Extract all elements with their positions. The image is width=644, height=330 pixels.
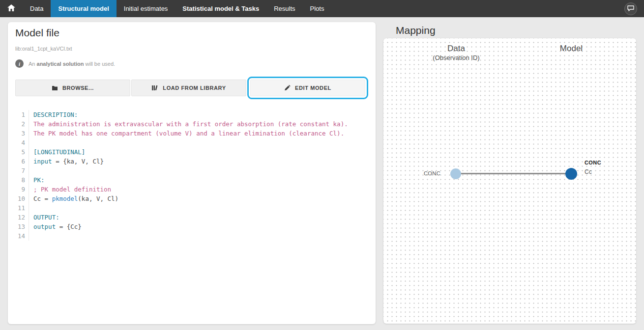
code-line: 4 (15, 138, 368, 147)
model-file-title: Model file (15, 27, 368, 39)
mapping-panel: Data (Observation ID) Model CONC CONC Cc (383, 38, 636, 324)
code-line: 7 (15, 166, 368, 175)
load-from-library-button-cell: LOAD FROM LIBRARY (131, 80, 246, 96)
code-line: 9; PK model definition (15, 185, 368, 194)
library-icon (151, 85, 158, 91)
mapping-data-header: Data (447, 44, 465, 54)
nav-tabs: DataStructural modelInitial estimatesSta… (23, 0, 331, 17)
model-buttons-row: BROWSE...LOAD FROM LIBRARYEDIT MODEL (15, 80, 368, 96)
code-line-content (29, 166, 33, 175)
home-icon (7, 4, 15, 13)
mapping-model-sublabel: Cc (585, 168, 601, 175)
chat-icon (627, 4, 634, 13)
code-line: 14 (15, 231, 368, 241)
code-line: 12OUTPUT: (15, 213, 368, 222)
code-line: 10Cc = pkmodel(ka, V, Cl) (15, 194, 368, 203)
info-row: i An analytical solution will be used. (15, 59, 368, 68)
tab-structural-model[interactable]: Structural model (51, 0, 116, 17)
edit-model-button-label: EDIT MODEL (295, 85, 331, 91)
code-line-content: OUTPUT: (29, 213, 59, 222)
mapping-connector-line (456, 173, 571, 174)
mapping-data-subheader: (Observation ID) (433, 54, 479, 61)
line-number: 10 (15, 194, 29, 203)
line-number: 13 (15, 222, 29, 231)
line-number: 2 (15, 119, 29, 129)
line-number: 11 (15, 203, 29, 213)
analytical-solution-note: An analytical solution will be used. (29, 61, 115, 67)
code-line: 8PK: (15, 175, 368, 185)
mapping-model-handle[interactable] (565, 168, 577, 180)
code-line-content (29, 203, 33, 213)
browse-button-label: BROWSE... (62, 85, 94, 91)
browse-icon (52, 85, 58, 91)
line-number: 6 (15, 157, 29, 166)
browse-button-cell: BROWSE... (15, 80, 130, 96)
mapping-section: Mapping Data (Observation ID) Model CONC… (383, 22, 636, 324)
edit-model-highlight-ring: EDIT MODEL (247, 77, 368, 99)
model-code-editor[interactable]: 1DESCRIPTION:2The administration is extr… (15, 110, 368, 241)
code-line-content: DESCRIPTION: (29, 110, 78, 119)
code-line-content (29, 231, 33, 241)
line-number: 8 (15, 175, 29, 185)
code-line-content (29, 138, 33, 147)
line-number: 5 (15, 147, 29, 157)
code-line: 13output = {Cc} (15, 222, 368, 231)
line-number: 14 (15, 231, 29, 241)
code-line: 1DESCRIPTION: (15, 110, 368, 119)
line-number: 3 (15, 129, 29, 138)
mapping-data-handle[interactable] (450, 168, 461, 179)
line-number: 7 (15, 166, 29, 175)
code-line: 6input = {ka, V, Cl} (15, 157, 368, 166)
code-line-content: Cc = pkmodel(ka, V, Cl) (29, 194, 118, 203)
code-line: 11 (15, 203, 368, 213)
line-number: 4 (15, 138, 29, 147)
model-file-path: lib:oral1_1cpt_kaVCl.txt (15, 46, 368, 52)
tab-results[interactable]: Results (266, 0, 302, 17)
code-line-content: [LONGITUDINAL] (29, 147, 85, 157)
home-button[interactable] (0, 0, 23, 17)
tab-initial-estimates[interactable]: Initial estimates (117, 0, 176, 17)
code-line-content: The PK model has one compartment (volume… (29, 129, 344, 138)
code-line: 2The administration is extravascular wit… (15, 119, 368, 129)
code-line-content: ; PK model definition (29, 185, 111, 194)
top-nav: DataStructural modelInitial estimatesSta… (0, 0, 644, 17)
code-line-content: output = {Cc} (29, 222, 82, 231)
line-number: 1 (15, 110, 29, 119)
mapping-data-label: CONC (406, 170, 440, 176)
info-icon[interactable]: i (15, 59, 24, 68)
tab-plots[interactable]: Plots (303, 0, 332, 17)
code-line: 3The PK model has one compartment (volum… (15, 129, 368, 138)
tab-data[interactable]: Data (23, 0, 51, 17)
line-number: 9 (15, 185, 29, 194)
edit-model-button[interactable]: EDIT MODEL (250, 80, 365, 96)
edit-icon (284, 85, 291, 91)
browse-button[interactable]: BROWSE... (15, 80, 130, 96)
chat-button[interactable] (624, 2, 637, 15)
tab-statistical-model-tasks[interactable]: Statistical model & Tasks (175, 0, 266, 17)
mapping-model-label: CONC (585, 160, 601, 165)
nav-spacer (331, 0, 624, 17)
load-from-library-button-label: LOAD FROM LIBRARY (163, 85, 226, 91)
model-file-panel: Model file lib:oral1_1cpt_kaVCl.txt i An… (8, 22, 376, 324)
code-line-content: input = {ka, V, Cl} (29, 157, 104, 166)
mapping-title: Mapping (396, 22, 636, 38)
code-line-content: PK: (29, 175, 45, 185)
mapping-model-header: Model (560, 44, 583, 54)
code-line: 5[LONGITUDINAL] (15, 147, 368, 157)
code-line-content: The administration is extravascular with… (29, 119, 348, 129)
mapping-model-label-group: CONC Cc (585, 160, 601, 175)
line-number: 12 (15, 213, 29, 222)
load-from-library-button[interactable]: LOAD FROM LIBRARY (131, 80, 246, 96)
